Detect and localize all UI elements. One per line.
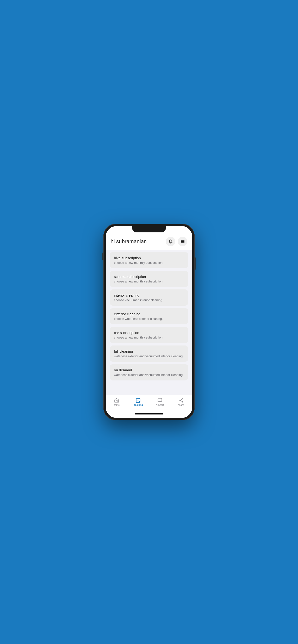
nav-item-support[interactable]: support [153, 398, 167, 406]
home-indicator [135, 413, 163, 414]
support-icon [157, 398, 163, 403]
card-subtitle-interior-cleaning: choose vacuumed interior cleaning. [114, 298, 184, 302]
nav-item-booking[interactable]: booking [131, 398, 145, 406]
card-title-car-subscription: car subscription [114, 330, 184, 335]
menu-button[interactable] [178, 237, 187, 246]
svg-line-7 [181, 399, 182, 400]
card-subtitle-scooter-subscription: choose a new monthly subscription [114, 280, 184, 283]
nav-label-support: support [156, 404, 164, 406]
header-icons [166, 237, 187, 246]
card-title-scooter-subscription: scooter subscription [114, 274, 184, 279]
svg-line-8 [181, 400, 182, 402]
nav-item-share[interactable]: share` [174, 398, 189, 406]
card-title-full-cleaning: full cleaning [114, 349, 184, 354]
service-card-scooter-subscription[interactable]: scooter subscription choose a new monthl… [110, 271, 188, 287]
service-card-bike-subscription[interactable]: bike subscription choose a new monthly s… [110, 252, 188, 268]
service-card-full-cleaning[interactable]: full cleaning waterless exterior and vac… [110, 346, 188, 362]
card-subtitle-on-demand: waterless exterior and vacuumed interior… [114, 373, 184, 376]
home-indicator-bar [106, 413, 192, 418]
booking-icon [135, 398, 141, 403]
card-subtitle-full-cleaning: waterless exterior and vacuumed interior… [114, 354, 184, 358]
greeting-text: hi subramanian [111, 238, 146, 244]
notch [132, 226, 166, 232]
service-card-on-demand[interactable]: on demand waterless exterior and vacuume… [110, 364, 188, 380]
nav-item-home[interactable]: home [109, 398, 124, 406]
bell-icon [169, 239, 173, 244]
service-list: bike subscription choose a new monthly s… [106, 250, 192, 395]
card-subtitle-bike-subscription: choose a new monthly subscription [114, 261, 184, 264]
nav-label-share: share` [178, 404, 185, 406]
nav-label-home: home [113, 404, 119, 406]
card-subtitle-car-subscription: choose a new monthly subscription [114, 336, 184, 339]
home-icon [114, 398, 119, 403]
card-title-on-demand: on demand [114, 368, 184, 372]
header: hi subramanian [106, 235, 192, 250]
menu-icon [181, 239, 185, 244]
share-icon [179, 398, 184, 403]
card-title-bike-subscription: bike subscription [114, 256, 184, 260]
card-title-exterior-cleaning: exterior cleaning [114, 312, 184, 316]
nav-label-booking: booking [134, 404, 143, 406]
service-card-exterior-cleaning[interactable]: exterior cleaning choose waterless exter… [110, 308, 188, 324]
service-card-interior-cleaning[interactable]: interior cleaning choose vacuumed interi… [110, 290, 188, 306]
bottom-nav: home booking support [106, 395, 192, 413]
service-card-car-subscription[interactable]: car subscription choose a new monthly su… [110, 327, 188, 343]
phone-screen: hi subramanian [106, 226, 192, 418]
card-subtitle-exterior-cleaning: choose waterless exterior cleaning. [114, 317, 184, 320]
notification-button[interactable] [166, 237, 175, 246]
phone-frame: hi subramanian [103, 224, 195, 420]
card-title-interior-cleaning: interior cleaning [114, 293, 184, 297]
